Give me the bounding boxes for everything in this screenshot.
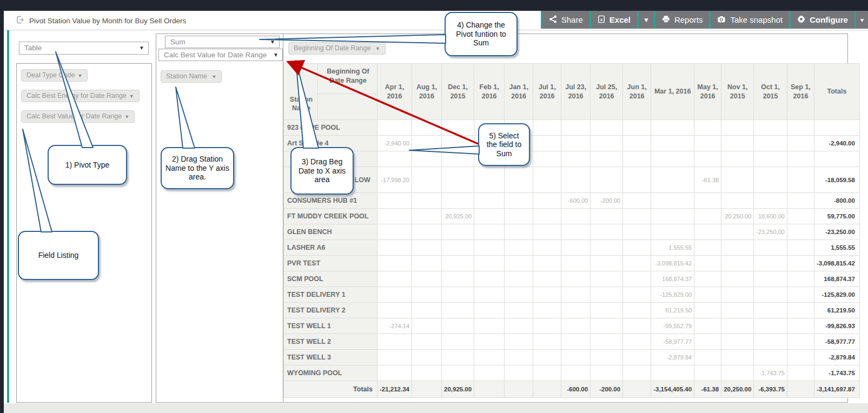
table-row: PVR TEST-3,098,815.42-3,098,815.42: [284, 256, 860, 271]
pivot-type-value: Table: [24, 44, 42, 52]
column-header[interactable]: Jun 1, 2016: [623, 64, 651, 120]
column-header[interactable]: Feb 1, 2016: [474, 64, 505, 120]
cell: [754, 350, 787, 365]
cell: -200.00: [591, 193, 623, 209]
cell: 20,250.00: [721, 209, 754, 224]
cell: [787, 209, 814, 224]
cell: [474, 193, 505, 209]
cell: [591, 334, 623, 350]
cell: [721, 287, 754, 303]
cell: [505, 287, 533, 303]
column-header[interactable]: Totals: [814, 64, 859, 120]
cell: [694, 209, 721, 224]
cell: [561, 365, 591, 381]
column-header[interactable]: Sep 1, 2016: [787, 64, 814, 120]
reports-button[interactable]: Reports: [655, 11, 710, 29]
cell: [442, 334, 474, 350]
column-header[interactable]: May 1, 2016: [694, 64, 721, 120]
cell: [561, 350, 591, 365]
cell: [721, 151, 754, 167]
callout-text: Field Listing: [38, 251, 79, 260]
cell: [623, 365, 651, 381]
field-chip[interactable]: Calc Best Energy for Date Range▼: [21, 90, 140, 102]
cell: [533, 224, 561, 240]
cell: [623, 303, 651, 318]
table-row: FT MUDDY CREEK POOL20,925.0020,250.0018,…: [284, 209, 860, 224]
cell: [721, 350, 754, 365]
totals-cell: -61.38: [694, 381, 721, 398]
cell: [377, 334, 412, 350]
cell: -274.14: [377, 318, 412, 334]
window-left-strip: [0, 0, 4, 413]
table-row: TEST WELL 2-58,977.77-58,977.77: [284, 334, 860, 350]
column-header[interactable]: Jul 1, 2016: [533, 64, 561, 120]
share-button[interactable]: Share: [542, 11, 589, 29]
cell: [533, 151, 561, 167]
sum-field-value: Calc Best Value for Date Range: [164, 51, 267, 59]
cell: [591, 151, 623, 167]
cell: [591, 303, 623, 318]
table-row: TEST WELL 1-274.14-99,552.79-99,826.93: [284, 318, 860, 334]
cell: [754, 318, 787, 334]
column-header[interactable]: Jan 1, 2016: [505, 64, 533, 120]
cell: [694, 334, 721, 350]
column-header[interactable]: Apr 1, 2016: [377, 64, 412, 120]
cell: [787, 303, 814, 318]
cell: [651, 167, 694, 193]
cell: [412, 365, 442, 381]
cell: [694, 350, 721, 365]
cell: [651, 209, 694, 224]
column-header[interactable]: Dec 1, 2015: [442, 64, 474, 120]
cell: [412, 287, 442, 303]
cell: [533, 193, 561, 209]
cell: [505, 209, 533, 224]
field-chip[interactable]: Deal Type Code▼: [21, 69, 88, 82]
chevron-down-icon: ▼: [139, 42, 144, 54]
cell: [442, 256, 474, 271]
table-row: LLOW-17,998.20-61.38-18,059.58: [284, 167, 860, 193]
column-header[interactable]: Jul 23, 2016: [561, 64, 591, 120]
cell: [561, 209, 591, 224]
column-header[interactable]: Nov 1, 2015: [721, 64, 754, 120]
column-header[interactable]: Aug 1, 2016: [412, 64, 442, 120]
x-axis-field-chip[interactable]: Beginning Of Date Range ▼: [288, 42, 386, 55]
column-header[interactable]: Oct 1, 2015: [754, 64, 787, 120]
sum-field-select[interactable]: Calc Best Value for Date Range ▼: [158, 49, 283, 61]
column-header[interactable]: Mar 1, 2016: [651, 64, 694, 120]
cell: [787, 167, 814, 193]
cell: [412, 209, 442, 224]
cell: [721, 167, 754, 193]
row-total-cell: [814, 151, 859, 167]
cell: [694, 136, 721, 151]
cell: [721, 136, 754, 151]
cell: [721, 271, 754, 287]
cell: [787, 365, 814, 381]
totals-cell: [623, 381, 651, 398]
cell: [754, 334, 787, 350]
pivot-type-select[interactable]: Table ▼: [19, 42, 149, 55]
cell: [623, 350, 651, 365]
cell: [623, 240, 651, 256]
toolbar-overflow-button[interactable]: ▾: [856, 11, 868, 29]
cell: [412, 151, 442, 167]
cell: [694, 193, 721, 209]
row-total-cell: -1,743.75: [814, 365, 859, 381]
totals-cell: [787, 381, 814, 398]
cell: 18,600.00: [754, 209, 787, 224]
cell: [561, 334, 591, 350]
field-chip[interactable]: Calc Best Value for Date Range▼: [21, 110, 135, 123]
cell: -17,998.20: [377, 167, 412, 193]
cell: [694, 224, 721, 240]
cell: [787, 271, 814, 287]
take-snapshot-button[interactable]: Take snapshot: [711, 11, 789, 29]
column-header[interactable]: Jul 25, 2016: [591, 64, 623, 120]
configure-button[interactable]: Configure: [791, 11, 854, 29]
excel-button[interactable]: xExcel: [591, 11, 637, 29]
cell: [787, 334, 814, 350]
y-axis-field-chip[interactable]: Station Name ▼: [161, 70, 222, 83]
button-label: Share: [561, 15, 583, 24]
excel-dropdown-button[interactable]: ▼: [639, 11, 654, 29]
cell: [721, 318, 754, 334]
chevron-down-icon: ▼: [273, 49, 279, 61]
pivot-function-select[interactable]: Sum ▼: [165, 36, 280, 48]
